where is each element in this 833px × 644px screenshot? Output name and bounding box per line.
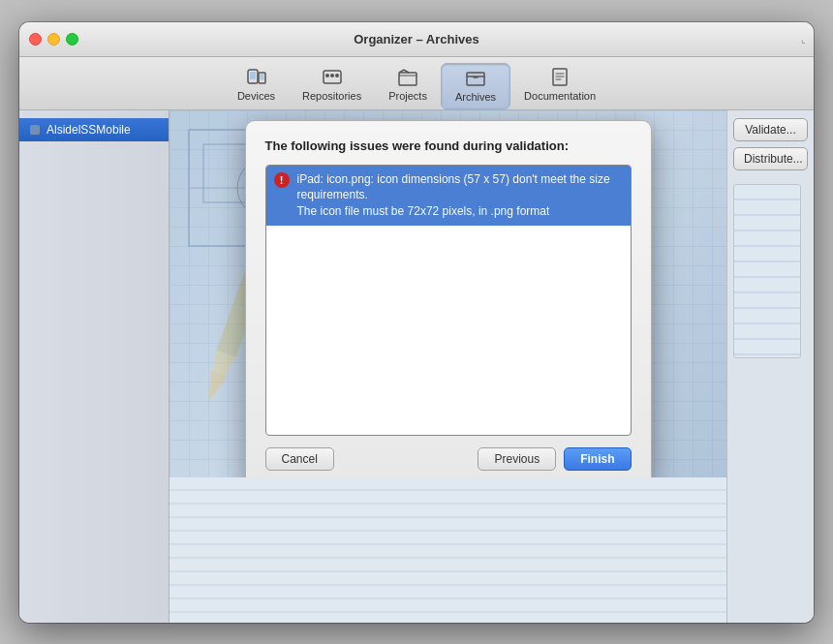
maximize-button[interactable]	[66, 33, 78, 46]
dialog-buttons: Cancel Previous Finish	[265, 447, 632, 471]
close-button[interactable]	[29, 33, 42, 46]
toolbar-item-projects[interactable]: Projects	[375, 63, 441, 109]
repo-icon	[319, 67, 346, 88]
content-area: AlsidelSSMobile	[19, 110, 814, 623]
sidebar: AlsidelSSMobile	[19, 110, 170, 623]
toolbar-label-projects: Projects	[388, 90, 427, 102]
svg-rect-10	[467, 73, 484, 77]
right-panel: Validate... Distribute...	[726, 110, 814, 623]
main-panel: The following issues were found during v…	[170, 110, 726, 623]
issue-error-icon: !	[274, 172, 290, 188]
issues-list: ! iPad: icon.png: icon dimensions (57 x …	[265, 165, 632, 436]
archive-icon	[462, 68, 489, 89]
resize-icon: ⌞	[801, 34, 806, 45]
sidebar-item-icon	[29, 124, 41, 136]
right-scroll-area[interactable]	[733, 184, 801, 358]
svg-rect-1	[250, 72, 256, 79]
traffic-lights	[29, 33, 78, 46]
issue-line1: iPad: icon.png: icon dimensions (57 x 57…	[297, 171, 623, 204]
sidebar-item-label: AlsidelSSMobile	[46, 123, 131, 137]
minimize-button[interactable]	[47, 33, 60, 46]
project-icon	[394, 67, 421, 88]
svg-point-7	[335, 74, 339, 77]
toolbar-item-repositories[interactable]: Repositories	[289, 63, 375, 109]
validate-button[interactable]: Validate...	[733, 118, 808, 141]
doc-icon	[546, 67, 573, 88]
window-title: Organizer – Archives	[354, 32, 479, 46]
distribute-button[interactable]: Distribute...	[733, 147, 808, 170]
titlebar: Organizer – Archives ⌞	[19, 22, 814, 57]
button-group-right: Previous Finish	[478, 447, 631, 471]
sidebar-item-alsidel[interactable]: AlsidelSSMobile	[19, 118, 169, 141]
finish-button[interactable]: Finish	[564, 447, 631, 471]
cancel-button[interactable]: Cancel	[265, 447, 334, 471]
toolbar-label-devices: Devices	[237, 90, 275, 102]
issue-text: iPad: icon.png: icon dimensions (57 x 57…	[297, 171, 623, 220]
svg-rect-3	[261, 74, 264, 79]
issue-row[interactable]: ! iPad: icon.png: icon dimensions (57 x …	[266, 166, 631, 226]
toolbar-label-archives: Archives	[455, 91, 496, 103]
dialog-title: The following issues were found during v…	[265, 138, 632, 153]
svg-rect-8	[399, 73, 416, 85]
toolbar-item-archives[interactable]: Archives	[441, 63, 510, 109]
toolbar-item-devices[interactable]: Devices	[224, 63, 289, 109]
toolbar-item-documentation[interactable]: Documentation	[510, 63, 609, 109]
svg-point-6	[330, 74, 334, 77]
toolbar: Devices Repositories Projec	[19, 57, 814, 110]
issue-line2: The icon file must be 72x72 pixels, in .…	[297, 203, 623, 220]
validation-dialog: The following issues were found during v…	[245, 120, 652, 487]
previous-button[interactable]: Previous	[478, 447, 556, 471]
svg-point-5	[325, 74, 329, 77]
toolbar-label-documentation: Documentation	[524, 90, 596, 102]
device-icon	[242, 67, 269, 88]
toolbar-label-repositories: Repositories	[302, 90, 361, 102]
main-window: Organizer – Archives ⌞ Devices	[19, 22, 814, 623]
bottom-stripes	[170, 477, 726, 623]
svg-rect-12	[30, 125, 40, 135]
